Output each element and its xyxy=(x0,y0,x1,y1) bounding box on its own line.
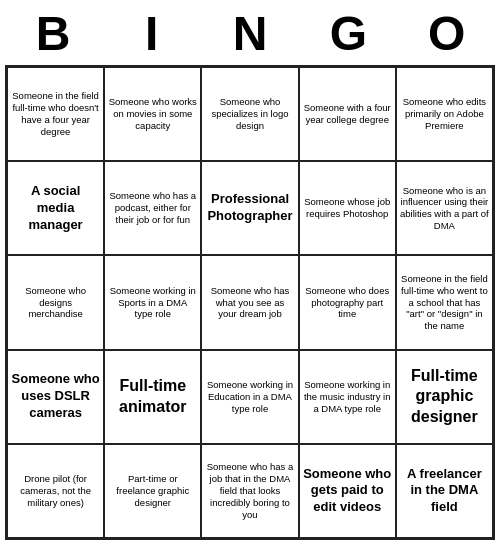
bingo-cell-8: Someone whose job requires Photoshop xyxy=(299,161,396,255)
bingo-cell-1: Someone who works on movies in some capa… xyxy=(104,67,201,161)
bingo-cell-17: Someone working in Education in a DMA ty… xyxy=(201,350,298,444)
letter-o: O xyxy=(403,6,491,61)
letter-b: B xyxy=(9,6,97,61)
bingo-cell-12: Someone who has what you see as your dre… xyxy=(201,255,298,349)
bingo-cell-5: A social media manager xyxy=(7,161,104,255)
bingo-cell-16: Full-time animator xyxy=(104,350,201,444)
bingo-cell-18: Someone working in the music industry in… xyxy=(299,350,396,444)
letter-n: N xyxy=(206,6,294,61)
bingo-cell-4: Someone who edits primarily on Adobe Pre… xyxy=(396,67,493,161)
bingo-cell-6: Someone who has a podcast, either for th… xyxy=(104,161,201,255)
bingo-cell-22: Someone who has a job that in the DMA fi… xyxy=(201,444,298,538)
letter-i: I xyxy=(108,6,196,61)
bingo-cell-7: Professional Photographer xyxy=(201,161,298,255)
bingo-cell-15: Someone who uses DSLR cameras xyxy=(7,350,104,444)
bingo-cell-2: Someone who specializes in logo design xyxy=(201,67,298,161)
bingo-title: B I N G O xyxy=(4,4,496,65)
bingo-cell-20: Drone pilot (for cameras, not the milita… xyxy=(7,444,104,538)
bingo-cell-23: Someone who gets paid to edit videos xyxy=(299,444,396,538)
bingo-cell-10: Someone who designs merchandise xyxy=(7,255,104,349)
letter-g: G xyxy=(304,6,392,61)
bingo-cell-24: A freelancer in the DMA field xyxy=(396,444,493,538)
bingo-cell-9: Someone who is an influencer using their… xyxy=(396,161,493,255)
bingo-cell-13: Someone who does photography part time xyxy=(299,255,396,349)
bingo-cell-0: Someone in the field full-time who doesn… xyxy=(7,67,104,161)
bingo-cell-21: Part-time or freelance graphic designer xyxy=(104,444,201,538)
bingo-cell-11: Someone working in Sports in a DMA type … xyxy=(104,255,201,349)
bingo-cell-14: Someone in the field full-time who went … xyxy=(396,255,493,349)
bingo-cell-19: Full-time graphic designer xyxy=(396,350,493,444)
bingo-grid: Someone in the field full-time who doesn… xyxy=(5,65,495,540)
bingo-cell-3: Someone with a four year college degree xyxy=(299,67,396,161)
